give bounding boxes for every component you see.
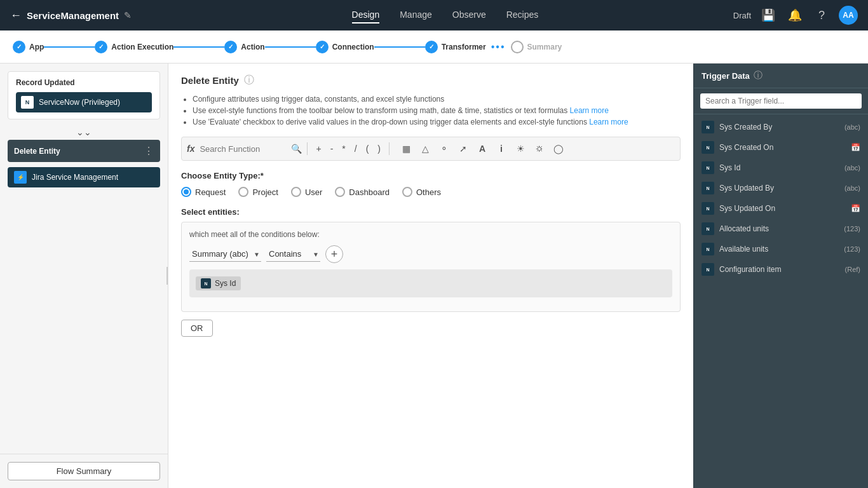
- trigger-list: N Sys Created By (abc) N Sys Created On …: [694, 114, 868, 488]
- toolbar-font-icon[interactable]: A: [473, 140, 491, 158]
- jira-service-card[interactable]: ⚡ Jira Service Management: [8, 167, 160, 187]
- radio-user[interactable]: User: [291, 187, 322, 197]
- select-entities-label: Select entities:: [181, 207, 681, 217]
- wizard-step-app[interactable]: ✓ App: [13, 41, 44, 53]
- toolbar-close-paren-btn[interactable]: ): [374, 142, 384, 155]
- trigger-header: Trigger Data ⓘ: [694, 64, 868, 88]
- toolbar-multiply-btn[interactable]: *: [339, 142, 348, 155]
- trigger-item-type-allocated-units: (123): [844, 225, 860, 233]
- delete-entity-menu-icon[interactable]: ⋮: [144, 145, 154, 157]
- search-function-icon[interactable]: 🔍: [291, 144, 302, 154]
- trigger-item-icon-allocated-units: N: [702, 222, 714, 235]
- condition-row: Summary (abc) Sys Id Name Description ▼ …: [189, 245, 672, 263]
- radio-project[interactable]: Project: [238, 187, 278, 197]
- wizard-step-transformer[interactable]: ✓ Transformer: [425, 41, 486, 53]
- wizard-circle-action: ✓: [224, 41, 237, 53]
- trigger-item-available-units[interactable]: N Available units (123): [694, 239, 868, 259]
- radio-label-request: Request: [195, 187, 226, 197]
- trigger-item-sys-id[interactable]: N Sys Id (abc): [694, 158, 868, 178]
- trigger-item-allocated-units[interactable]: N Allocated units (123): [694, 219, 868, 239]
- toolbar-settings-icon[interactable]: ⛭: [531, 140, 548, 158]
- nav-tab-design[interactable]: Design: [352, 7, 380, 24]
- trigger-help-icon[interactable]: ⓘ: [754, 70, 763, 81]
- learn-more-1-link[interactable]: Learn more: [570, 106, 609, 115]
- wizard-step-action[interactable]: ✓ Action: [224, 41, 264, 53]
- or-button[interactable]: OR: [181, 320, 213, 337]
- sidebar-chevron[interactable]: ⌄⌄: [8, 125, 160, 140]
- trigger-item-name-sys-id: Sys Id: [719, 163, 837, 172]
- trigger-item-sys-created-on[interactable]: N Sys Created On 📅: [694, 137, 868, 158]
- delete-entity-sidebar-title: Delete Entity: [14, 147, 60, 156]
- trigger-item-name-configuration-item: Configuration item: [719, 265, 837, 274]
- save-icon-button[interactable]: 💾: [759, 6, 778, 25]
- toolbar-clock-icon[interactable]: ⚬: [435, 140, 453, 158]
- radio-request[interactable]: Request: [181, 187, 226, 197]
- toolbar-divider-1: [307, 142, 308, 155]
- toolbar-grid-icon[interactable]: ▦: [397, 140, 415, 158]
- flow-summary-button[interactable]: Flow Summary: [8, 462, 160, 480]
- trigger-item-icon-sys-updated-on: N: [702, 202, 714, 215]
- toolbar-line-chart-icon[interactable]: ➚: [454, 140, 472, 158]
- trigger-item-sys-updated-on[interactable]: N Sys Updated On 📅: [694, 198, 868, 219]
- info-item-2: Use excel-style functions from the toolb…: [193, 106, 681, 115]
- trigger-item-name-sys-updated-on: Sys Updated On: [719, 204, 844, 213]
- connector-4: [374, 46, 425, 48]
- toolbar-divide-btn[interactable]: /: [351, 142, 360, 155]
- formula-toolbar: fx 🔍 + - * / ( ) ▦ △ ⚬ ➚ A i ☀ ⛭ ◯: [181, 137, 681, 161]
- trigger-item-name-sys-created-by: Sys Created By: [719, 123, 837, 132]
- trigger-item-type-available-units: (123): [844, 245, 860, 253]
- wizard-step-action-execution[interactable]: ✓ Action Execution: [95, 41, 173, 53]
- fx-label: fx: [187, 144, 194, 154]
- trigger-item-type-sys-updated-by: (abc): [844, 184, 860, 192]
- nav-tab-observe[interactable]: Observe: [452, 7, 486, 24]
- avatar-button[interactable]: AA: [839, 6, 858, 25]
- trigger-search-input[interactable]: [700, 93, 862, 109]
- trigger-item-sys-updated-by[interactable]: N Sys Updated By (abc): [694, 178, 868, 198]
- learn-more-2-link[interactable]: Learn more: [589, 118, 628, 126]
- radio-dashboard[interactable]: Dashboard: [335, 187, 390, 197]
- radio-others[interactable]: Others: [402, 187, 441, 197]
- trigger-item-icon-sys-created-by: N: [702, 121, 714, 133]
- heading-help-icon[interactable]: ⓘ: [244, 74, 254, 87]
- wizard-step-connection[interactable]: ✓ Connection: [316, 41, 374, 53]
- trigger-item-icon-available-units: N: [702, 243, 714, 255]
- back-button[interactable]: ←: [10, 9, 22, 22]
- trigger-item-configuration-item[interactable]: N Configuration item (Ref): [694, 259, 868, 280]
- toolbar-chart-icon[interactable]: △: [416, 140, 434, 158]
- main-layout: Record Updated N ServiceNow (Privileged)…: [0, 64, 868, 488]
- trigger-item-name-allocated-units: Allocated units: [719, 224, 836, 233]
- entity-type-radio-group: Request Project User Dashboard Others: [181, 187, 681, 197]
- entity-type-label: Choose Entity Type:*: [181, 171, 681, 180]
- trigger-item-sys-created-by[interactable]: N Sys Created By (abc): [694, 117, 868, 137]
- wizard-step-summary[interactable]: Summary: [511, 41, 562, 53]
- trigger-item-icon-sys-updated-by: N: [702, 182, 714, 194]
- toolbar-minus-btn[interactable]: -: [327, 142, 337, 155]
- field-select[interactable]: Summary (abc) Sys Id Name Description: [189, 247, 261, 262]
- toolbar-bulb-icon[interactable]: ☀: [512, 140, 529, 158]
- help-icon-button[interactable]: ?: [812, 6, 831, 25]
- value-chip[interactable]: N Sys Id: [196, 276, 241, 290]
- trigger-panel: Trigger Data ⓘ N Sys Created By (abc) N …: [693, 64, 868, 488]
- sidebar-scroll: Record Updated N ServiceNow (Privileged)…: [0, 64, 168, 454]
- nav-tab-manage[interactable]: Manage: [400, 7, 432, 24]
- toolbar-open-paren-btn[interactable]: (: [363, 142, 372, 155]
- nav-tab-recipes[interactable]: Recipes: [506, 7, 539, 24]
- search-function-input[interactable]: [200, 144, 288, 154]
- trigger-search-box: [694, 88, 868, 114]
- service-now-label: ServiceNow (Privileged): [39, 98, 120, 107]
- sidebar-collapse-handle[interactable]: ‹: [166, 267, 168, 285]
- radio-circle-request: [181, 187, 191, 197]
- trigger-item-icon-sys-id: N: [702, 161, 714, 174]
- radio-circle-dashboard: [335, 187, 345, 197]
- toolbar-plus-btn[interactable]: +: [313, 142, 324, 155]
- wizard-label-action-execution: Action Execution: [111, 43, 173, 51]
- notification-icon-button[interactable]: 🔔: [785, 6, 804, 25]
- toolbar-info-icon[interactable]: i: [492, 140, 510, 158]
- toolbar-network-icon[interactable]: ◯: [550, 140, 567, 158]
- condition-add-button[interactable]: +: [325, 245, 343, 263]
- operator-select[interactable]: Contains Equals Starts with Ends with: [266, 247, 320, 262]
- edit-icon[interactable]: ✎: [124, 10, 132, 20]
- trigger-item-name-available-units: Available units: [719, 245, 836, 254]
- service-now-row[interactable]: N ServiceNow (Privileged): [16, 92, 152, 112]
- sidebar-bottom: Flow Summary: [0, 454, 168, 488]
